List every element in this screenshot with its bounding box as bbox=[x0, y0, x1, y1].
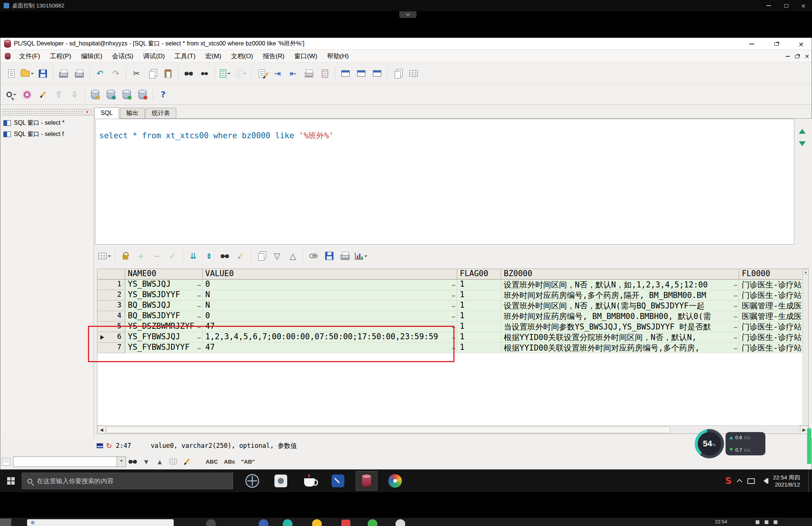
cell-flag[interactable]: 1 bbox=[457, 343, 501, 353]
grid-export-button[interactable] bbox=[353, 248, 369, 264]
move-up-button[interactable] bbox=[51, 87, 67, 103]
mdi-close-button[interactable]: × bbox=[804, 53, 809, 60]
column-header-bz0000[interactable]: BZ0000 bbox=[501, 269, 739, 280]
remote-minimize-button[interactable] bbox=[760, 0, 777, 11]
menu-file[interactable]: 文件(F) bbox=[14, 50, 45, 63]
cell-expand-button[interactable]: … bbox=[733, 332, 738, 342]
sogou-input-icon[interactable]: S bbox=[725, 476, 732, 486]
menu-document[interactable]: 文档(O) bbox=[226, 50, 258, 63]
taskbar-app-utility[interactable] bbox=[270, 471, 292, 491]
grid-filter-icon[interactable] bbox=[2, 458, 10, 466]
menu-edit[interactable]: 编辑(E) bbox=[76, 50, 107, 63]
edit-data-button[interactable] bbox=[254, 66, 270, 82]
move-down-button[interactable] bbox=[67, 87, 82, 103]
window-list-item-2[interactable]: SQL 窗口 - select f bbox=[0, 128, 94, 140]
find-in-grid-button[interactable] bbox=[167, 455, 180, 468]
cell-fl[interactable]: 医嘱管理-生成医 bbox=[739, 301, 804, 311]
show-desktop-button[interactable] bbox=[808, 470, 810, 492]
find-input[interactable] bbox=[13, 456, 126, 467]
remote-close-button[interactable]: × bbox=[795, 0, 812, 11]
network-monitor-widget[interactable]: 54 % 0.6 K/s 0.7 K/s bbox=[695, 429, 765, 458]
menu-project[interactable]: 工程(P) bbox=[45, 50, 76, 63]
cell-value[interactable]: N… bbox=[203, 290, 457, 301]
scroll-up-button[interactable]: ▲ bbox=[803, 269, 809, 275]
table-row[interactable]: 1 YS_BWSJQJ… 0… 1 设置班外时间区间，N否，默认N，如,1,2,… bbox=[97, 280, 808, 290]
cell-fl[interactable]: 门诊医生-诊疗站 bbox=[739, 290, 804, 301]
menu-debug[interactable]: 调试(D) bbox=[138, 50, 170, 63]
cell-expand-button[interactable]: … bbox=[451, 311, 456, 321]
redo-button[interactable] bbox=[108, 66, 124, 82]
mdi-minimize-button[interactable] bbox=[786, 56, 790, 57]
cell-expand-button[interactable]: … bbox=[197, 301, 201, 311]
export-file-button[interactable] bbox=[317, 66, 333, 82]
find-search-button[interactable] bbox=[126, 455, 139, 468]
undo-button[interactable] bbox=[92, 66, 108, 82]
cell-expand-button[interactable]: … bbox=[733, 311, 738, 321]
insert-record-button[interactable] bbox=[133, 248, 149, 264]
scrollbar-thumb[interactable] bbox=[106, 426, 670, 433]
remote-maximize-button[interactable] bbox=[777, 0, 795, 11]
panel-close-button[interactable] bbox=[84, 109, 90, 115]
cell-flag[interactable]: 1 bbox=[457, 332, 501, 343]
menu-help[interactable]: 帮助(H) bbox=[322, 50, 354, 63]
cell-flag[interactable]: 1 bbox=[457, 301, 501, 311]
grid-print-button[interactable] bbox=[337, 248, 353, 264]
cell-flag[interactable]: 1 bbox=[457, 280, 501, 290]
cell-name[interactable]: YS_BWSJQJ… bbox=[125, 280, 203, 290]
vertical-scrollbar[interactable]: ▲ bbox=[803, 269, 808, 425]
quoted-toggle[interactable]: "AB" bbox=[238, 458, 258, 465]
panel-grip[interactable] bbox=[2, 108, 92, 116]
taskbar-app-java[interactable] bbox=[298, 471, 320, 491]
find-edit-button[interactable] bbox=[180, 455, 194, 468]
cell-name[interactable]: BQ_BWSJQJ… bbox=[125, 301, 203, 311]
lock-button[interactable] bbox=[117, 248, 133, 264]
cell-bz[interactable]: 班外时间对应药房编号,多个药房,隔开, BM_BMBM00.BM… bbox=[501, 290, 739, 301]
cell-flag[interactable]: 1 bbox=[457, 322, 501, 332]
paste-button[interactable] bbox=[160, 66, 176, 82]
sql-editor[interactable]: select * from xt_xtcs00 where bz0000 lik… bbox=[95, 119, 794, 245]
next-statement-button[interactable] bbox=[796, 139, 809, 152]
cell-expand-button[interactable]: … bbox=[733, 322, 738, 332]
table-row[interactable]: 4 BQ_BWSJDYYF… 0… 1 班外时间对应药房编号, BM_BMBM0… bbox=[97, 311, 808, 322]
cell-value[interactable]: N… bbox=[203, 301, 457, 311]
column-header-name00[interactable]: NAME00 bbox=[125, 269, 203, 280]
save-button[interactable] bbox=[35, 66, 51, 82]
cell-expand-button[interactable]: … bbox=[197, 280, 201, 290]
restore-button[interactable] bbox=[769, 39, 784, 49]
export-print-button[interactable] bbox=[301, 66, 317, 82]
find-prev-up-button[interactable] bbox=[153, 455, 167, 468]
cell-bz[interactable]: 当设置班外时间参数YS_BWSJQJ,YS_BWSJDYYF 时是否默… bbox=[501, 322, 739, 332]
help-button[interactable] bbox=[155, 87, 171, 103]
cell-fl[interactable]: 门诊医生-诊疗站 bbox=[739, 322, 804, 332]
cell-fl[interactable]: 医嘱管理-生成医 bbox=[739, 311, 804, 322]
new-command-window-button[interactable] bbox=[369, 66, 385, 82]
column-header-fl0000[interactable]: FL0000 bbox=[739, 269, 804, 280]
whole-word-toggle[interactable]: ABc bbox=[221, 458, 238, 465]
delete-record-button[interactable] bbox=[149, 248, 165, 264]
fetch-last-page-button[interactable] bbox=[185, 248, 201, 264]
column-header-value0[interactable]: VALUE0 bbox=[203, 269, 457, 280]
preferences-button[interactable] bbox=[19, 87, 35, 103]
column-header-flag00[interactable]: FLAG00 bbox=[457, 269, 501, 280]
new-sql-window-button[interactable] bbox=[338, 66, 353, 82]
menu-tools[interactable]: 工具(T) bbox=[170, 50, 200, 63]
tab-statistics[interactable]: 统计表 bbox=[145, 108, 176, 118]
table-list-button[interactable] bbox=[406, 66, 421, 82]
new-report-window-button[interactable] bbox=[353, 66, 369, 82]
link-query-button[interactable] bbox=[306, 248, 321, 264]
sort-descending-button[interactable] bbox=[269, 248, 285, 264]
local-app-icon[interactable] bbox=[312, 519, 322, 526]
execute-button[interactable] bbox=[217, 66, 233, 82]
cell-fl[interactable]: 门诊医生-诊疗站 bbox=[739, 332, 804, 343]
tab-sql[interactable]: SQL bbox=[94, 107, 119, 119]
local-app-icon[interactable] bbox=[341, 520, 350, 526]
cell-flag[interactable]: 1 bbox=[457, 290, 501, 301]
local-app-icon[interactable] bbox=[259, 519, 268, 526]
cell-fl[interactable]: 门诊医生-诊疗站 bbox=[739, 343, 804, 353]
grid-save-button[interactable] bbox=[321, 248, 337, 264]
menu-window[interactable]: 窗口(W) bbox=[289, 50, 322, 63]
find-button[interactable] bbox=[181, 66, 197, 82]
taskbar-app-editor[interactable] bbox=[327, 471, 349, 491]
taskbar-app-compass[interactable] bbox=[241, 471, 263, 491]
local-app-icon[interactable] bbox=[368, 519, 377, 526]
